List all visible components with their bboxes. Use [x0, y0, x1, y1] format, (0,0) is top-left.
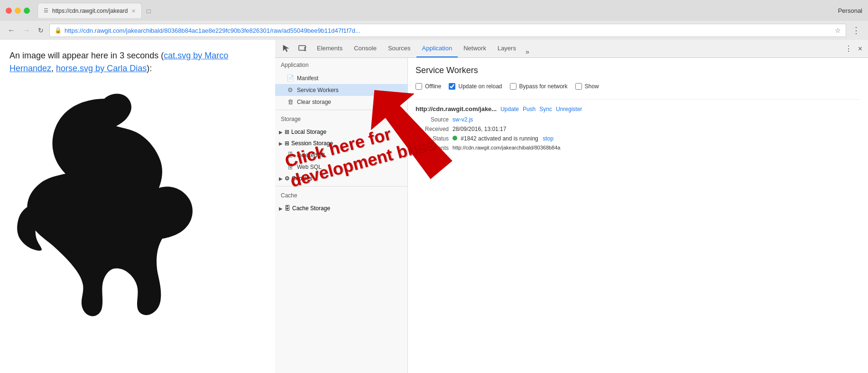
status-label: Status: [416, 135, 449, 142]
devtools-tabs: Elements Console Sources Application Net…: [311, 40, 837, 57]
source-label: Source: [416, 116, 449, 123]
devtools-settings-button[interactable]: ⋮: [843, 42, 854, 55]
url-text: https://cdn.rawgit.com/jakearchibald/803…: [65, 27, 830, 34]
devtools-sidebar: Application 📄 Manifest ⚙ Service Workers…: [275, 58, 408, 373]
clear-storage-icon: 🗑: [286, 98, 294, 105]
text-before: An image will appear here in 3 seconds (: [9, 51, 164, 60]
stop-link[interactable]: stop: [543, 135, 554, 142]
sidebar-item-session-storage[interactable]: ▶ ⊞ Session Storage: [275, 138, 407, 149]
maximize-button[interactable]: [24, 8, 30, 14]
tab-bar: ☰ https://cdn.rawgit.com/jakeard × □: [37, 3, 834, 18]
tab-network[interactable]: Network: [458, 40, 492, 57]
bookmark-icon[interactable]: ☆: [835, 27, 841, 34]
new-tab-button[interactable]: □: [142, 4, 156, 18]
more-tabs-button[interactable]: »: [522, 46, 533, 57]
received-label: Received: [416, 126, 449, 132]
update-link[interactable]: Update: [500, 106, 519, 112]
sync-link[interactable]: Sync: [539, 106, 552, 112]
service-workers-icon: ⚙: [286, 86, 294, 93]
application-section-header: Application: [275, 58, 407, 72]
status-dot: [452, 136, 457, 140]
url-bar[interactable]: 🔒 https://cdn.rawgit.com/jakearchibald/8…: [49, 24, 846, 37]
sidebar-divider-2: [275, 186, 407, 186]
clients-value: http://cdn.rawgit.com/jakearchibald/8036…: [452, 145, 560, 150]
minimize-button[interactable]: [15, 8, 21, 14]
clients-label: Clients: [416, 145, 449, 151]
sidebar-item-manifest[interactable]: 📄 Manifest: [275, 72, 407, 84]
address-bar: ← → ↻ 🔒 https://cdn.rawgit.com/jakearchi…: [0, 21, 868, 40]
sidebar-item-indexeddb[interactable]: 🗄 IndexedDB: [275, 149, 407, 161]
local-storage-icon: ⊞: [285, 129, 289, 135]
browser-chrome: ☰ https://cdn.rawgit.com/jakeard × □ Per…: [0, 0, 868, 40]
traffic-lights: [6, 8, 30, 14]
sidebar-item-web-sql[interactable]: 🗄 Web SQL: [275, 161, 407, 173]
update-on-reload-checkbox[interactable]: [449, 83, 455, 90]
tab-elements[interactable]: Elements: [311, 40, 348, 57]
expand-arrow-icon: ▶: [279, 206, 283, 211]
page-content: An image will appear here in 3 seconds (…: [0, 40, 275, 373]
expand-arrow-icon: ▶: [279, 141, 283, 146]
tab-close-icon[interactable]: ×: [131, 7, 135, 15]
tab-page-icon: ☰: [44, 8, 48, 14]
cache-section-header: Cache: [275, 188, 407, 203]
close-button[interactable]: [6, 8, 12, 14]
reload-button[interactable]: ↻: [36, 25, 46, 36]
push-link[interactable]: Push: [523, 106, 536, 112]
horse-image: [9, 84, 237, 322]
text-after: ):: [147, 64, 152, 73]
offline-control: Offline: [416, 83, 441, 90]
tab-console[interactable]: Console: [348, 40, 382, 57]
browser-tab[interactable]: ☰ https://cdn.rawgit.com/jakeard ×: [37, 3, 142, 18]
lock-icon: 🔒: [55, 27, 62, 34]
devtools-controls: ⋮ ×: [843, 42, 864, 55]
sw-source-link[interactable]: sw-v2.js: [452, 116, 473, 123]
devtools-panel: Click here for development bliss Element…: [275, 40, 868, 373]
chrome-menu-button[interactable]: ⋮: [850, 23, 862, 37]
cookies-icon: ⚙: [285, 175, 290, 182]
device-toolbar-button[interactable]: [295, 42, 309, 56]
tab-sources[interactable]: Sources: [382, 40, 416, 57]
sidebar-item-local-storage[interactable]: ▶ ⊞ Local Storage: [275, 126, 407, 138]
show-checkbox[interactable]: [575, 83, 582, 90]
sw-clients-row: Clients http://cdn.rawgit.com/jakearchib…: [416, 145, 860, 151]
sidebar-item-clear-storage[interactable]: 🗑 Clear storage: [275, 96, 407, 108]
bypass-network-checkbox[interactable]: [510, 83, 517, 90]
sw-url-text: http://cdn.rawgit.com/jake...: [416, 105, 497, 112]
show-control: Show: [575, 83, 599, 90]
unregister-link[interactable]: Unregister: [556, 106, 582, 112]
offline-checkbox[interactable]: [416, 83, 422, 90]
sidebar-item-service-workers[interactable]: ⚙ Service Workers: [275, 84, 407, 96]
show-label: Show: [585, 83, 599, 90]
back-button[interactable]: ←: [6, 24, 17, 37]
devtools-close-button[interactable]: ×: [856, 43, 864, 55]
expand-arrow-icon: ▶: [279, 176, 283, 181]
update-on-reload-label: Update on reload: [458, 83, 502, 90]
sidebar-item-cookies[interactable]: ▶ ⚙ Cookies: [275, 173, 407, 184]
update-on-reload-control: Update on reload: [449, 83, 502, 90]
page-description: An image will appear here in 3 seconds (…: [9, 49, 266, 75]
sw-status-row: Status #1842 activated and is running st…: [416, 135, 860, 142]
manifest-icon: 📄: [286, 75, 294, 82]
account-label: Personal: [838, 7, 862, 14]
session-storage-icon: ⊞: [285, 140, 289, 147]
bypass-network-control: Bypass for network: [510, 83, 568, 90]
tab-application[interactable]: Application: [416, 40, 458, 57]
sidebar-item-cache-storage[interactable]: ▶ 🗄 Cache Storage: [275, 203, 407, 214]
tab-layers[interactable]: Layers: [492, 40, 522, 57]
sw-controls: Offline Update on reload Bypass for netw…: [416, 83, 860, 90]
indexeddb-icon: 🗄: [286, 151, 294, 159]
forward-button[interactable]: →: [21, 24, 32, 37]
sw-source-row: Source sw-v2.js: [416, 116, 860, 123]
inspect-element-button[interactable]: [279, 42, 293, 56]
storage-section-header: Storage: [275, 112, 407, 126]
devtools-body: Application 📄 Manifest ⚙ Service Workers…: [275, 58, 868, 373]
title-bar: ☰ https://cdn.rawgit.com/jakeard × □ Per…: [0, 0, 868, 21]
service-worker-entry: http://cdn.rawgit.com/jake... Update Pus…: [416, 99, 860, 160]
main-layout: An image will appear here in 3 seconds (…: [0, 40, 868, 373]
service-workers-title: Service Workers: [416, 65, 860, 75]
offline-label: Offline: [425, 83, 441, 90]
web-sql-icon: 🗄: [286, 163, 294, 170]
sw-url-row: http://cdn.rawgit.com/jake... Update Pus…: [416, 105, 860, 112]
text-between: ,: [51, 64, 56, 73]
horse-svg-link[interactable]: horse.svg by Carla Dias: [56, 64, 147, 73]
